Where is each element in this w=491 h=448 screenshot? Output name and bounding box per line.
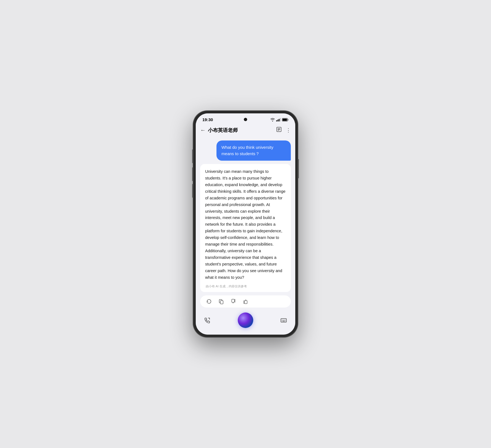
app-header: ← 小布英语老师 ⋮ — [196, 124, 295, 137]
svg-rect-10 — [220, 301, 223, 304]
more-options-icon[interactable]: ⋮ — [286, 127, 291, 133]
svg-rect-0 — [276, 120, 277, 121]
phone-call-icon[interactable] — [201, 314, 213, 326]
back-button[interactable]: ← — [200, 127, 206, 133]
chat-title: 小布英语老师 — [208, 127, 238, 134]
header-right: ⋮ — [276, 126, 291, 134]
user-message-bubble: What do you think university means to st… — [216, 140, 291, 161]
phone-device: 19:30 — [193, 111, 298, 337]
wifi-icon — [270, 118, 275, 121]
copy-button[interactable] — [218, 298, 224, 305]
ai-message-text: University can mean many things to stude… — [205, 169, 286, 280]
svg-rect-2 — [279, 119, 280, 121]
voice-assistant-orb[interactable] — [238, 312, 253, 328]
bottom-bar — [196, 310, 295, 335]
action-bar — [200, 295, 291, 308]
camera-notch — [244, 118, 247, 121]
signal-icon — [276, 118, 281, 121]
status-time: 19:30 — [202, 117, 213, 122]
dislike-button[interactable] — [230, 298, 237, 305]
ai-message-bubble: University can mean many things to stude… — [200, 164, 291, 292]
svg-rect-1 — [278, 119, 278, 121]
like-button[interactable] — [242, 298, 249, 305]
ai-response-wrapper: University can mean many things to stude… — [200, 164, 291, 292]
refresh-button[interactable] — [206, 298, 212, 305]
status-bar: 19:30 — [196, 113, 295, 124]
transcript-icon[interactable] — [276, 126, 282, 134]
header-left: ← 小布英语老师 — [200, 127, 238, 134]
svg-rect-3 — [280, 118, 281, 121]
status-icons — [270, 118, 289, 121]
chat-area: What do you think university means to st… — [196, 137, 295, 295]
battery-icon — [282, 118, 289, 121]
keyboard-icon[interactable] — [278, 314, 290, 326]
svg-rect-15 — [281, 319, 286, 322]
phone-screen: 19:30 — [196, 113, 295, 335]
ai-caption: 由小布 AI 生成，内容仅供参考 — [205, 284, 286, 289]
svg-rect-5 — [283, 119, 287, 121]
